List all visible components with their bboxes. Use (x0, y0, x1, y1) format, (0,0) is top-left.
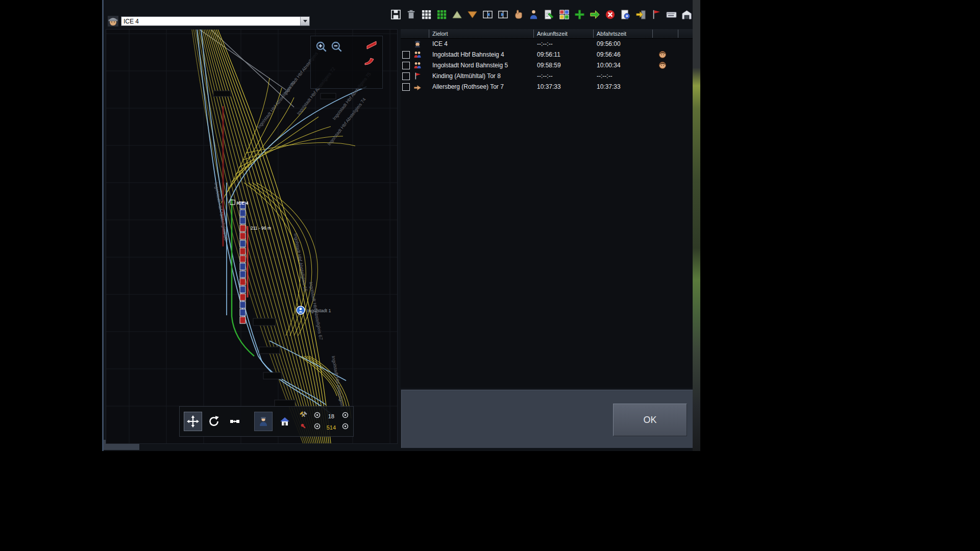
map-train-info: 211 - 96 m (251, 226, 271, 231)
driver-avatar-icon (107, 15, 119, 28)
map-train-label: ICE 4 (237, 201, 249, 206)
header-zielort: Zielort (432, 31, 448, 37)
zoom-out-icon[interactable] (330, 40, 344, 54)
target-view-icon[interactable] (341, 411, 349, 421)
face-icon (658, 61, 667, 69)
schedule-panel: Zielort Ankunftszeit Abfahrtszeit ICE 4 … (401, 29, 693, 388)
map-track-label: Ingolstadt Hbf Abstellgleis 65 (293, 233, 308, 292)
insert-stop-icon[interactable] (589, 8, 601, 21)
schedule-window: ICE 4 Ingolstadt Hbf Abstellgleis 70Ingo… (102, 0, 700, 551)
station-view-icon[interactable] (341, 422, 349, 432)
track-map-canvas: Ingolstadt Hbf Abstellgleis 70Ingolstadt… (106, 30, 397, 443)
remove-stop-icon[interactable] (604, 8, 616, 21)
row-checkbox[interactable] (402, 51, 410, 59)
train-select-value: ICE 4 (121, 17, 300, 26)
schedule-row-stop[interactable]: Ingolstadt Hbf Bahnsteig 4 09:56:11 09:5… (401, 49, 693, 60)
driver-icon (413, 40, 422, 48)
flag-icon[interactable] (650, 8, 662, 21)
schedule-row-stop[interactable]: Ingolstadt Nord Bahnsteig 5 09:58:59 10:… (401, 60, 693, 71)
track-count-value: 18 (328, 413, 334, 419)
save-icon[interactable] (389, 8, 402, 21)
route-view-icon[interactable] (313, 422, 321, 432)
header-separator (533, 30, 534, 38)
curve-tool-icon[interactable] (362, 55, 377, 66)
signal-view-icon[interactable] (313, 411, 321, 421)
passenger-icon[interactable] (527, 8, 540, 21)
table-header: Zielort Ankunftszeit Abfahrtszeit (401, 29, 693, 39)
delete-icon[interactable] (405, 8, 417, 21)
goto-exit-icon[interactable] (634, 8, 647, 21)
grid-large-icon[interactable] (435, 8, 448, 21)
driver-view-icon[interactable] (254, 412, 273, 431)
tools-icon[interactable] (299, 411, 308, 421)
coupling-icon[interactable] (226, 412, 243, 431)
pane-insert-right-icon[interactable] (497, 8, 509, 21)
wrench-icon[interactable] (300, 422, 307, 432)
map-toolbar: 18 514 (179, 406, 354, 437)
main-toolbar (389, 4, 693, 24)
track-map[interactable]: Ingolstadt Hbf Abstellgleis 70Ingolstadt… (106, 29, 398, 444)
depot-icon[interactable] (680, 8, 693, 21)
length-count-value: 514 (327, 424, 336, 431)
header-separator (593, 30, 594, 38)
schedule-row-stop[interactable]: Kinding (Altmühltal) Tor 8 --:--:-- --:-… (401, 71, 693, 82)
header-separator (678, 30, 678, 38)
waypoint-flag-icon (413, 72, 422, 80)
pane-insert-left-icon[interactable] (481, 8, 494, 21)
edit-schedule-icon[interactable] (543, 8, 555, 21)
keyboard-icon[interactable] (665, 8, 677, 21)
dropdown-arrow-icon[interactable] (300, 17, 309, 26)
slope-tool-icon[interactable] (364, 39, 379, 51)
header-abfahrtszeit: Abfahrtszeit (597, 31, 626, 37)
grab-hand-icon[interactable] (512, 8, 524, 21)
row-checkbox[interactable] (402, 83, 410, 91)
game-scene-sliver (693, 0, 700, 451)
map-tool-panel (310, 36, 383, 89)
row-checkbox[interactable] (402, 72, 410, 80)
header-separator (429, 30, 429, 38)
passengers-icon (413, 61, 422, 69)
rotate-icon[interactable] (206, 412, 223, 431)
header-ankunftszeit: Ankunftszeit (537, 31, 568, 37)
home-icon[interactable] (276, 412, 293, 431)
dialog-footer: OK (401, 389, 693, 448)
slope-down-icon[interactable] (466, 8, 478, 21)
properties-icon[interactable] (619, 8, 631, 21)
train-select-dropdown[interactable]: ICE 4 (121, 16, 310, 26)
slope-up-icon[interactable] (451, 8, 463, 21)
screen: ICE 4 Ingolstadt Hbf Abstellgleis 70Ingo… (0, 0, 980, 551)
pan-move-icon[interactable] (184, 412, 202, 431)
face-icon (658, 51, 667, 59)
ok-button[interactable]: OK (613, 404, 687, 436)
schedule-row-stop[interactable]: Allersberg (Rothsee) Tor 7 10:37:33 10:3… (401, 82, 693, 92)
map-poi-label: Ingolstadt 1 (307, 308, 331, 313)
tile-windows-icon[interactable] (558, 8, 570, 21)
row-checkbox[interactable] (402, 62, 410, 69)
add-stop-icon[interactable] (573, 8, 585, 21)
schedule-row-train[interactable]: ICE 4 --:--:-- 09:56:00 (401, 39, 693, 49)
passengers-icon (413, 51, 422, 59)
header-separator (652, 30, 653, 38)
grid-small-icon[interactable] (420, 8, 432, 21)
hand-icon (413, 83, 422, 91)
zoom-in-icon[interactable] (315, 40, 328, 54)
